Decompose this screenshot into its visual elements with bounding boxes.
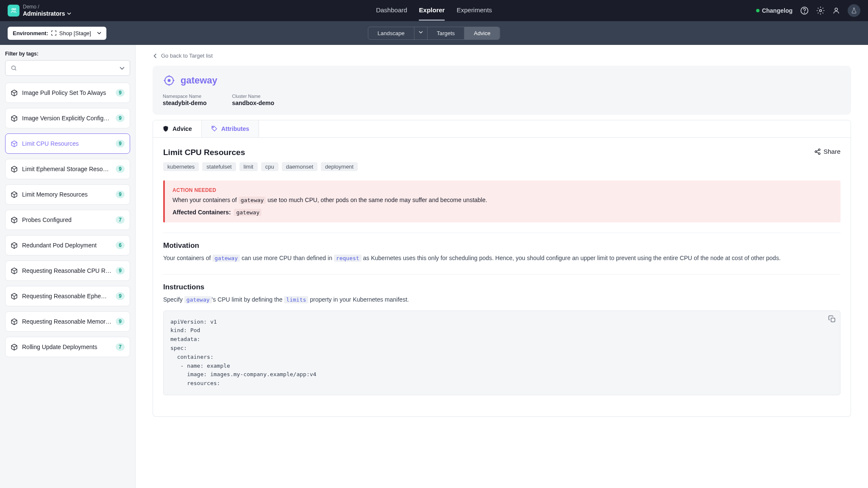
panel-title: Limit CPU Resources — [163, 148, 245, 157]
org-breadcrumb: Demo / — [23, 4, 71, 10]
nav-experiments[interactable]: Experiments — [456, 0, 492, 21]
advice-card[interactable]: Requesting Reasonable Memory Reso... 9 — [5, 311, 130, 332]
advice-title: Requesting Reasonable CPU Resources — [22, 267, 111, 274]
sidebar: Filter by tags: Image Pull Policy Set To… — [0, 45, 136, 488]
cluster-label: Cluster Name — [232, 94, 274, 99]
advice-card[interactable]: Image Version Explicitly Configured 9 — [5, 108, 130, 128]
advice-title: Probes Configured — [22, 216, 111, 223]
advice-title: Redundant Pod Deployment — [22, 242, 111, 249]
svg-point-10 — [818, 149, 820, 150]
instructions-section: Instructions Specify gateway's CPU limit… — [163, 274, 840, 395]
advice-card[interactable]: Rolling Update Deployments 7 — [5, 337, 130, 357]
chevron-down-icon — [67, 11, 71, 16]
advice-card[interactable]: Limit Memory Resources 9 — [5, 184, 130, 205]
share-icon — [814, 148, 821, 155]
seg-landscape-dropdown[interactable] — [414, 27, 427, 39]
advice-count-badge: 9 — [116, 191, 125, 198]
alert-text: When your containers of gateway use too … — [172, 196, 833, 205]
advice-title: Limit Memory Resources — [22, 191, 111, 198]
cube-icon — [11, 191, 18, 198]
flask-icon — [851, 7, 857, 14]
alert-affected: Affected Containers: gateway — [172, 209, 833, 216]
cluster-value: sandbox-demo — [232, 100, 274, 106]
advice-card[interactable]: Probes Configured 7 — [5, 210, 130, 230]
tag: daemonset — [282, 162, 317, 171]
copy-icon — [828, 315, 836, 323]
cube-icon — [11, 166, 18, 173]
tag: limit — [239, 162, 258, 171]
advice-card[interactable]: Requesting Reasonable CPU Resources 9 — [5, 261, 130, 281]
advice-title: Image Pull Policy Set To Always — [22, 89, 111, 96]
nav-dashboard[interactable]: Dashboard — [376, 0, 407, 21]
main-content: Go back to Target list gateway Namespace… — [136, 45, 868, 488]
back-link[interactable]: Go back to Target list — [153, 53, 851, 59]
tag-icon — [211, 125, 218, 132]
filter-tags-input[interactable] — [5, 60, 130, 76]
alert-title: ACTION NEEDED — [172, 187, 833, 193]
shield-icon — [162, 125, 169, 132]
svg-point-4 — [820, 10, 822, 12]
view-segments: Landscape Targets Advice — [368, 27, 500, 40]
chevron-left-icon — [153, 53, 158, 58]
cube-icon — [11, 89, 18, 97]
seg-landscape[interactable]: Landscape — [368, 27, 415, 39]
cube-icon — [11, 293, 18, 300]
share-button[interactable]: Share — [814, 148, 840, 155]
svg-point-0 — [12, 8, 14, 10]
seg-targets[interactable]: Targets — [427, 27, 465, 39]
namespace-label: Namespace Name — [163, 94, 206, 99]
org-selector[interactable]: Demo / Administrators — [8, 4, 71, 17]
user-icon[interactable] — [832, 7, 840, 14]
environment-selector[interactable]: Environment: Shop [Stage] — [8, 27, 106, 40]
svg-point-6 — [12, 66, 16, 70]
chevron-down-icon — [418, 30, 423, 34]
nav-explorer[interactable]: Explorer — [419, 0, 445, 21]
settings-icon[interactable] — [816, 6, 825, 15]
svg-point-12 — [818, 152, 820, 154]
tab-attributes[interactable]: Attributes — [202, 120, 259, 137]
org-logo-icon — [8, 5, 19, 17]
svg-point-11 — [815, 151, 817, 152]
cube-icon — [11, 242, 18, 249]
tab-advice[interactable]: Advice — [153, 120, 202, 137]
advice-card[interactable]: Limit CPU Resources 9 — [5, 133, 130, 154]
action-needed-alert: ACTION NEEDED When your containers of ga… — [163, 180, 840, 222]
filter-label: Filter by tags: — [5, 51, 130, 57]
cube-icon — [11, 318, 18, 325]
avatar[interactable] — [848, 4, 860, 17]
search-icon — [11, 65, 17, 71]
advice-card[interactable]: Redundant Pod Deployment 6 — [5, 235, 130, 255]
chevron-down-icon — [120, 66, 125, 71]
seg-advice[interactable]: Advice — [465, 27, 500, 39]
advice-card[interactable]: Image Pull Policy Set To Always 9 — [5, 83, 130, 103]
advice-card[interactable]: Limit Ephemeral Storage Resources 9 — [5, 159, 130, 179]
advice-count-badge: 9 — [116, 318, 125, 325]
tag-row: kubernetesstatefulsetlimitcpudaemonsetde… — [163, 162, 840, 171]
changelog-link[interactable]: Changelog — [756, 7, 793, 14]
advice-title: Limit CPU Resources — [22, 140, 111, 147]
advice-count-badge: 9 — [116, 140, 125, 147]
advice-count-badge: 9 — [116, 114, 125, 122]
cube-icon — [11, 115, 18, 122]
motivation-section: Motivation Your containers of gateway ca… — [163, 233, 840, 263]
cube-icon — [11, 216, 18, 224]
svg-point-9 — [213, 127, 214, 128]
tag: deployment — [321, 162, 358, 171]
target-header: gateway Namespace Name steadybit-demo Cl… — [153, 66, 851, 115]
code-block: apiVersion: v1 kind: Pod metadata: spec:… — [163, 311, 840, 395]
advice-title: Requesting Reasonable Ephemeral Stor... — [22, 293, 111, 299]
subheader: Environment: Shop [Stage] Landscape Targ… — [0, 21, 868, 45]
target-name: gateway — [181, 75, 217, 86]
advice-title: Image Version Explicitly Configured — [22, 115, 111, 122]
svg-rect-13 — [831, 318, 835, 322]
advice-card[interactable]: Requesting Reasonable Ephemeral Stor... … — [5, 286, 130, 306]
advice-panel: Limit CPU Resources Share kubernetesstat… — [153, 138, 851, 417]
tag: cpu — [261, 162, 278, 171]
advice-count-badge: 7 — [116, 216, 125, 224]
namespace-value: steadybit-demo — [163, 100, 206, 106]
help-icon[interactable] — [800, 6, 809, 15]
advice-title: Requesting Reasonable Memory Reso... — [22, 318, 111, 325]
advice-count-badge: 7 — [116, 343, 125, 351]
copy-button[interactable] — [828, 315, 836, 323]
cube-icon — [11, 140, 18, 147]
